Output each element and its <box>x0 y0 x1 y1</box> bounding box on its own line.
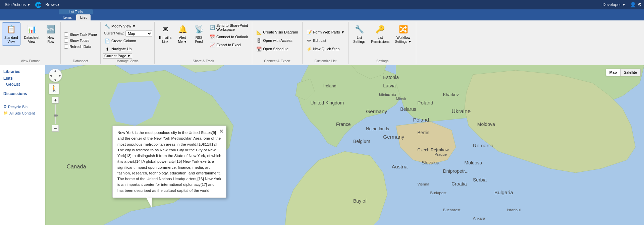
satellite-view-button[interactable]: Satellite <box>621 69 640 76</box>
export-excel-button[interactable]: 📈 Export to Excel <box>208 41 243 49</box>
share-track-label: Share & Track <box>193 59 214 63</box>
zoom-thumb[interactable] <box>54 115 58 117</box>
ribbon-tabs-row: Items List <box>0 14 644 20</box>
show-totals-checkbox[interactable]: Show Totals <box>63 38 91 43</box>
street-view-button[interactable]: 🚶 <box>49 83 59 94</box>
list-settings-label: ListSettings <box>353 36 365 44</box>
svg-text:Slovakia: Slovakia <box>422 160 439 165</box>
edit-list-icon: ✏ <box>307 38 312 43</box>
ribbon-tab-group-label: List Tools <box>59 9 93 14</box>
discussions-nav-item[interactable]: Discussions <box>0 90 45 97</box>
ribbon-tab-group-row: List Tools <box>0 9 644 14</box>
open-access-icon: 🗄 <box>256 38 262 43</box>
developer-button[interactable]: Developer ▼ <box>600 1 629 8</box>
form-web-parts-button[interactable]: 📝 Form Web Parts ▼ <box>305 28 347 36</box>
nav-right-arrow[interactable]: ► <box>58 73 62 78</box>
site-actions-button[interactable]: Site Actions ▼ <box>2 1 34 8</box>
site-actions-arrow: ▼ <box>27 2 31 7</box>
lists-nav-item[interactable]: Lists <box>0 75 45 81</box>
ribbon-group-manage-views: 🔧 Modify View ▼ Current View: Map All It… <box>101 22 155 64</box>
create-visio-button[interactable]: 📐 Create Visio Diagram <box>254 28 300 36</box>
show-task-pane-input[interactable] <box>64 32 68 36</box>
workflow-settings-icon: 🔀 <box>398 24 409 35</box>
browse-button[interactable]: Browse <box>43 1 62 8</box>
svg-text:Bay of: Bay of <box>353 198 367 204</box>
sync-sharepoint-button[interactable]: 🔄 Sync to SharePointWorkspace <box>208 22 250 32</box>
zoom-controls: + − <box>49 97 62 132</box>
standard-view-button[interactable]: 📋 StandardView <box>2 22 20 46</box>
create-column-button[interactable]: 📄 Create Column <box>103 37 138 45</box>
zoom-track[interactable] <box>55 104 56 124</box>
tab-items[interactable]: Items <box>59 14 76 20</box>
svg-text:Belgium: Belgium <box>353 139 370 144</box>
list-permissions-button[interactable]: 🔑 ListPermissions <box>369 22 392 46</box>
navigate-up-button[interactable]: ⬆ Navigate Up <box>103 45 134 53</box>
info-popup-close-button[interactable]: ✕ <box>219 128 223 135</box>
open-access-button[interactable]: 🗄 Open with Access <box>254 37 294 44</box>
top-bar: Site Actions ▼ 🌐 Browse Developer ▼ 👤 ⚙ <box>0 0 644 9</box>
datasheet-view-icon: 📊 <box>26 24 37 35</box>
connect-export-label: Connect & Export <box>264 59 290 63</box>
developer-label: Developer <box>602 2 621 7</box>
rss-feed-button[interactable]: 📡 RSSFeed <box>191 22 207 46</box>
svg-text:Dnipropetr...: Dnipropetr... <box>443 168 469 174</box>
datasheet-label: Datasheet <box>73 59 88 63</box>
svg-text:Budapest: Budapest <box>430 191 447 195</box>
show-task-pane-label: Show Task Pane <box>69 32 97 36</box>
new-row-label: NewRow <box>47 36 54 44</box>
current-page-button[interactable]: Current Page ▼ <box>103 53 132 59</box>
svg-text:Latvia: Latvia <box>383 83 396 88</box>
nav-down-arrow[interactable]: ▼ <box>53 78 58 82</box>
top-bar-left: Site Actions ▼ 🌐 Browse <box>2 1 62 8</box>
workflow-settings-button[interactable]: 🔀 WorkflowSettings ▼ <box>393 22 414 46</box>
email-link-button[interactable]: ✉ E-mail aLink <box>157 22 174 46</box>
recycle-bin-nav-item[interactable]: ♻ Recycle Bin <box>0 103 45 110</box>
nav-up-arrow[interactable]: ▲ <box>53 68 58 73</box>
refresh-data-input[interactable] <box>64 45 68 49</box>
modify-view-button[interactable]: 🔧 Modify View ▼ <box>103 22 138 30</box>
alert-me-button[interactable]: 🔔 AlertMe ▼ <box>175 22 190 46</box>
customize-list-content: 📝 Form Web Parts ▼ ✏ Edit List ⚡ New Qui… <box>305 22 347 59</box>
navigate-up-icon: ⬆ <box>105 46 110 52</box>
customize-list-label: Customize List <box>315 59 337 63</box>
map-type-buttons: Map Satellite <box>606 69 641 76</box>
sync-sharepoint-icon: 🔄 <box>210 25 215 30</box>
datasheet-view-button[interactable]: 📊 DatasheetView <box>22 22 42 46</box>
view-select[interactable]: Map All Items <box>125 30 152 36</box>
open-schedule-label: Open Schedule <box>263 47 288 51</box>
zoom-out-button[interactable]: − <box>52 125 59 132</box>
new-row-button[interactable]: 🆕 NewRow <box>43 22 58 46</box>
show-totals-label: Show Totals <box>69 39 89 43</box>
navigate-up-label: Navigate Up <box>111 47 132 51</box>
show-totals-input[interactable] <box>64 39 68 43</box>
list-settings-button[interactable]: 🔧 ListSettings <box>351 22 368 46</box>
open-schedule-button[interactable]: 📆 Open Schedule <box>254 45 290 53</box>
svg-text:Netherlands: Netherlands <box>366 126 389 131</box>
svg-text:Germany: Germany <box>383 134 404 140</box>
open-schedule-icon: 📆 <box>256 46 262 52</box>
show-task-pane-checkbox[interactable]: Show Task Pane <box>63 32 98 37</box>
new-quick-step-icon: ⚡ <box>307 46 312 52</box>
map-nav-control[interactable]: ▲ ◄ ► ▼ <box>49 69 62 82</box>
tab-list[interactable]: List <box>76 14 91 20</box>
geolist-nav-item[interactable]: GeoList <box>0 81 45 87</box>
current-view-label: Current View: <box>104 31 124 35</box>
svg-text:Croatia: Croatia <box>451 181 467 186</box>
new-quick-step-button[interactable]: ⚡ New Quick Step <box>305 45 342 53</box>
new-row-icon: 🆕 <box>45 24 56 35</box>
create-visio-label: Create Visio Diagram <box>263 30 298 34</box>
nav-left-arrow[interactable]: ◄ <box>48 73 53 78</box>
connect-outlook-button[interactable]: 📅 Connect to Outlook <box>208 33 250 41</box>
ribbon-group-customize-list: 📝 Form Web Parts ▼ ✏ Edit List ⚡ New Qui… <box>303 22 349 64</box>
map-view-button[interactable]: Map <box>606 69 621 76</box>
edit-list-button[interactable]: ✏ Edit List <box>305 37 328 44</box>
user-icon: 👤 <box>630 2 636 8</box>
export-excel-label: Export to Excel <box>216 43 241 47</box>
create-column-icon: 📄 <box>105 38 110 44</box>
new-quick-step-label: New Quick Step <box>313 47 340 51</box>
all-site-content-nav-item[interactable]: 📁 All Site Content <box>0 110 45 116</box>
refresh-data-checkbox[interactable]: Refresh Data <box>63 44 93 49</box>
libraries-nav-item[interactable]: Libraries <box>0 68 45 75</box>
zoom-in-button[interactable]: + <box>52 97 59 103</box>
settings-icon: ⚙ <box>638 2 642 7</box>
